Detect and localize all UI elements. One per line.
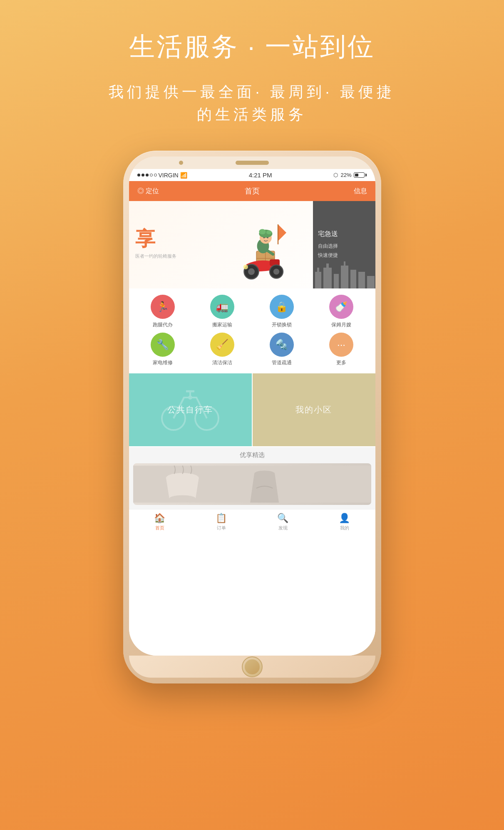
svg-rect-19 [315,272,321,288]
main-headline: 生活服务 · 一站到位 [129,29,375,64]
delivery-sub1: 自由选择 [318,242,370,251]
service-label-0: 跑腿代办 [153,321,173,328]
svg-rect-24 [341,266,348,288]
service-icon-4: 🔧 [151,333,175,357]
svg-rect-27 [358,272,365,288]
service-item-1[interactable]: 🚛搬家运输 [193,295,252,328]
feature-cards: 公共自行车 我的小区 [129,373,375,446]
phone-bottom [129,656,375,678]
signal-dot-1 [137,174,140,176]
nav-location[interactable]: ◎ 定位 [137,187,214,196]
service-item-6[interactable]: 🔩管道疏通 [252,333,312,366]
service-icon-6: 🔩 [270,333,294,357]
service-item-4[interactable]: 🔧家电维修 [133,333,193,366]
tab-label-3: 我的 [340,525,349,531]
phone-mockup: VIRGIN 📶 4:21 PM ⬡ 22% ◎ 定位 首页 信息 [123,151,381,683]
service-item-5[interactable]: 🧹清洁保洁 [193,333,252,366]
banner-left: 享 医者一约的轮椅服务 [129,201,207,288]
battery-tip [365,174,367,176]
tab-item-首页[interactable]: 🏠首页 [129,513,191,531]
phone-screen: VIRGIN 📶 4:21 PM ⬡ 22% ◎ 定位 首页 信息 [129,157,375,656]
svg-point-10 [263,237,265,238]
tab-label-1: 订单 [217,525,226,531]
promo-section: 优享精选 [129,447,375,509]
signal-dot-3 [146,174,149,176]
promo-title: 优享精选 [133,451,371,459]
svg-point-11 [267,237,268,238]
tab-item-我的[interactable]: 👤我的 [314,513,375,531]
svg-rect-23 [334,274,339,288]
svg-point-17 [273,268,279,274]
status-left: VIRGIN 📶 [137,172,187,179]
battery-fill [355,174,358,176]
delivery-sub2: 快速便捷 [318,251,370,260]
svg-rect-22 [326,263,329,268]
nav-messages[interactable]: 信息 [290,187,367,196]
carrier-label: VIRGIN [159,172,179,179]
service-icon-2: 🔒 [270,295,294,319]
svg-point-37 [169,495,195,502]
feature-card-community[interactable]: 我的小区 [253,373,375,446]
home-button-inner [245,659,260,674]
banner-subtext: 医者一约的轮椅服务 [135,252,201,261]
svg-rect-28 [367,276,375,288]
battery-indicator [354,172,367,178]
svg-point-18 [243,265,248,269]
tab-bar: 🏠首页📋订单🔍发现👤我的 [129,509,375,533]
service-item-7[interactable]: ···更多 [312,333,371,366]
wifi-icon: 📶 [180,172,187,179]
service-icon-3: 🍼 [329,295,353,319]
feature-community-label: 我的小区 [295,404,332,415]
service-label-3: 保姆月嫂 [331,321,351,328]
svg-rect-26 [350,270,356,288]
nav-bar: ◎ 定位 首页 信息 [129,181,375,201]
svg-marker-0 [278,224,286,241]
service-item-2[interactable]: 🔒开锁换锁 [252,295,312,328]
delivery-title: 宅急送 [318,230,370,239]
service-item-0[interactable]: 🏃跑腿代办 [133,295,193,328]
tab-icon-1: 📋 [216,513,227,524]
status-bar: VIRGIN 📶 4:21 PM ⬡ 22% [129,169,375,181]
svg-rect-25 [344,261,345,266]
service-icon-1: 🚛 [210,295,234,319]
app-content: 享 医者一约的轮椅服务 [129,201,375,656]
feature-card-bike[interactable]: 公共自行车 [129,373,252,446]
tab-icon-0: 🏠 [154,513,165,524]
svg-line-31 [174,398,184,418]
home-button[interactable] [242,656,263,677]
service-label-7: 更多 [336,359,346,366]
tab-label-0: 首页 [155,525,164,531]
svg-point-8 [259,229,266,234]
service-item-3[interactable]: 🍼保姆月嫂 [312,295,371,328]
banner-illustration [206,201,313,288]
svg-point-15 [248,268,255,275]
banner-char: 享 [135,229,201,249]
service-grid: 🏃跑腿代办🚛搬家运输🔒开锁换锁🍼保姆月嫂🔧家电维修🧹清洁保洁🔩管道疏通···更多 [129,288,375,373]
banner-right[interactable]: 宅急送 自由选择 快速便捷 [313,201,375,288]
svg-point-9 [266,230,272,234]
signal-dot-4 [150,174,153,176]
service-label-5: 清洁保洁 [212,359,232,366]
service-label-4: 家电维修 [153,359,173,366]
tab-item-发现[interactable]: 🔍发现 [252,513,314,531]
bike-outline-icon [161,385,219,435]
service-icon-0: 🏃 [151,295,175,319]
tab-icon-2: 🔍 [277,513,288,524]
svg-point-34 [188,395,192,400]
phone-camera [179,161,183,165]
service-icon-5: 🧹 [210,333,234,357]
tab-item-订单[interactable]: 📋订单 [191,513,252,531]
service-label-1: 搬家运输 [212,321,232,328]
svg-rect-20 [317,268,319,272]
bluetooth-icon: ⬡ [333,172,338,178]
tab-label-2: 发现 [278,525,288,531]
signal-dot-5 [154,174,157,176]
svg-rect-21 [323,268,332,288]
service-icon-7: ··· [329,333,353,357]
service-label-2: 开锁换锁 [272,321,292,328]
banner: 享 医者一约的轮椅服务 [129,201,375,288]
sub-headline: 我们提供一最全面· 最周到· 最便捷 的生活类服务 [109,81,395,126]
signal-dots [137,174,157,176]
phone-speaker [236,161,269,165]
service-label-6: 管道疏通 [272,359,292,366]
